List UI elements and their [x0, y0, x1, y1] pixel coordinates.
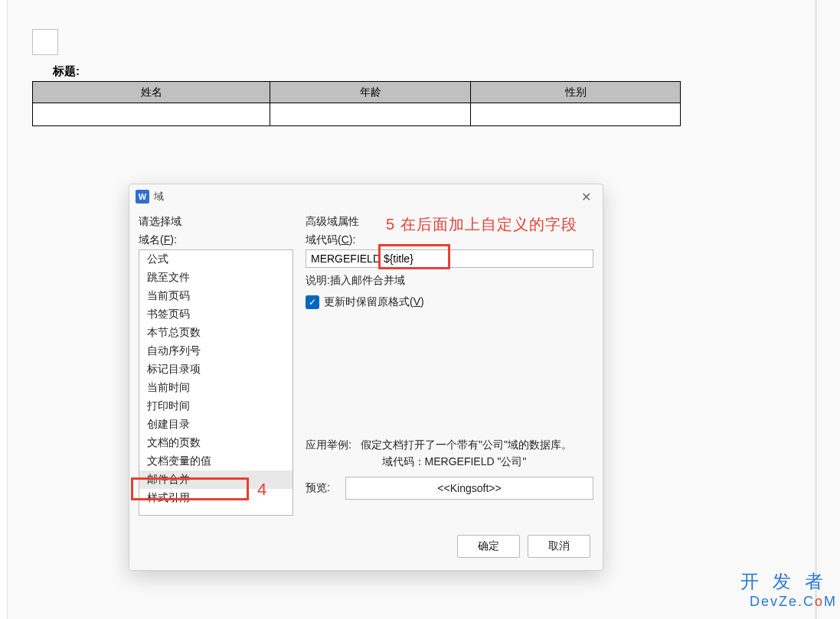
example-block: 应用举例: 假定文档打开了一个带有"公司"域的数据库。 域代码：MERGEFIE…	[306, 436, 593, 471]
list-item[interactable]: 当前页码	[139, 287, 293, 305]
dialog-titlebar[interactable]: W 域 ✕	[129, 184, 603, 209]
preserve-format-row[interactable]: ✓ 更新时保留原格式(V)	[306, 295, 593, 309]
list-item[interactable]: 自动序列号	[139, 342, 293, 360]
left-pane: 请选择域 域名(F): 公式 跳至文件 当前页码 书签页码 本节总页数 自动序列…	[139, 215, 293, 515]
page-edge	[0, 0, 8, 619]
cancel-button[interactable]: 取消	[528, 535, 590, 558]
dialog-button-row: 确定 取消	[457, 535, 590, 558]
field-name-listbox[interactable]: 公式 跳至文件 当前页码 书签页码 本节总页数 自动序列号 标记目录项 当前时间…	[139, 249, 293, 516]
list-item[interactable]: 公式	[139, 250, 293, 269]
list-item[interactable]: 跳至文件	[139, 269, 293, 287]
watermark-top: 开发者	[740, 569, 837, 594]
field-name-label: 域名(F):	[139, 233, 293, 247]
list-item[interactable]: 书签页码	[139, 305, 293, 324]
table-header-age: 年龄	[270, 82, 471, 103]
table-header-gender: 性别	[471, 82, 681, 103]
description-line: 说明:插入邮件合并域	[306, 274, 593, 288]
preserve-format-label: 更新时保留原格式(V)	[324, 295, 424, 309]
preview-row: 预览: <<Kingsoft>>	[306, 477, 593, 500]
table-header-row: 姓名 年龄 性别	[33, 82, 681, 103]
table-cell[interactable]	[33, 103, 270, 126]
table-cell[interactable]	[270, 103, 471, 126]
dialog-title: 域	[154, 190, 164, 204]
list-item[interactable]: 当前时间	[139, 379, 293, 397]
document-table[interactable]: 姓名 年龄 性别	[32, 81, 681, 126]
preview-box: <<Kingsoft>>	[345, 477, 593, 500]
field-code-label: 域代码(C):	[306, 233, 593, 247]
ruler-tab-marker[interactable]	[32, 29, 58, 55]
dialog-body: 请选择域 域名(F): 公式 跳至文件 当前页码 书签页码 本节总页数 自动序列…	[129, 209, 603, 515]
list-item[interactable]: 本节总页数	[139, 324, 293, 342]
select-field-label: 请选择域	[139, 215, 293, 229]
field-code-input[interactable]	[306, 249, 593, 268]
preview-label: 预览:	[306, 481, 345, 495]
list-item-selected[interactable]: 邮件合并	[139, 471, 293, 489]
app-icon: W	[136, 190, 149, 204]
field-dialog: W 域 ✕ 请选择域 域名(F): 公式 跳至文件 当前页码 书签页码 本节总页…	[129, 184, 603, 571]
table-row[interactable]	[33, 103, 681, 126]
example-code-line: 域代码：MERGEFIELD "公司"	[361, 453, 593, 470]
page-shadow	[815, 0, 817, 619]
watermark-bottom: DevZe.CoM	[740, 594, 837, 610]
ok-button[interactable]: 确定	[457, 535, 520, 558]
watermark: 开发者 DevZe.CoM	[740, 569, 837, 610]
document-title-label: 标题:	[53, 64, 80, 79]
annotation-5-text: 5 在后面加上自定义的字段	[386, 214, 577, 235]
list-item[interactable]: 样式引用	[139, 489, 293, 507]
checkbox-checked-icon[interactable]: ✓	[306, 295, 319, 309]
table-header-name: 姓名	[33, 82, 270, 103]
right-pane: 高级域属性 域代码(C): 说明:插入邮件合并域 ✓ 更新时保留原格式(V) 应…	[306, 215, 593, 515]
example-text: 假定文档打开了一个带有"公司"域的数据库。	[361, 436, 593, 453]
example-label: 应用举例:	[306, 436, 361, 453]
list-item[interactable]: 文档变量的值	[139, 452, 293, 471]
list-item[interactable]: 打印时间	[139, 397, 293, 415]
list-item[interactable]: 创建目录	[139, 415, 293, 434]
close-icon[interactable]: ✕	[575, 186, 596, 207]
table-cell[interactable]	[471, 103, 681, 126]
annotation-4-text: 4	[257, 480, 266, 500]
list-item[interactable]: 标记目录项	[139, 360, 293, 379]
list-item[interactable]: 文档的页数	[139, 434, 293, 452]
